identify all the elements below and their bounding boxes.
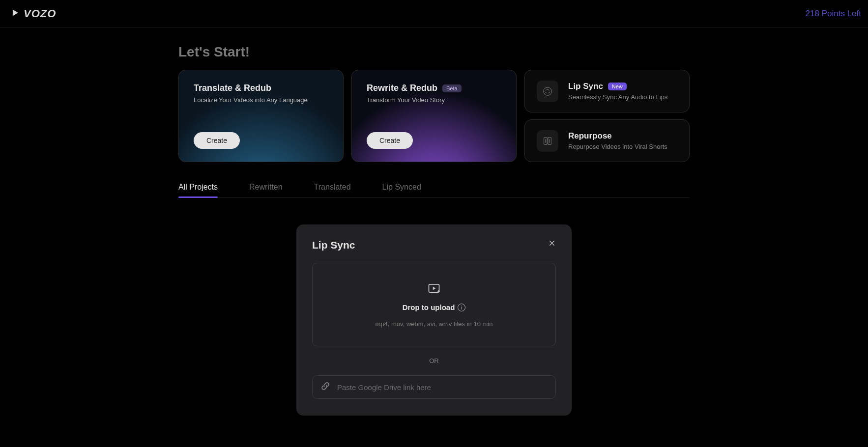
supported-formats-label: mp4, mov, webm, avi, wmv files in 10 min bbox=[376, 320, 493, 328]
video-upload-icon bbox=[427, 281, 441, 297]
google-drive-link-input[interactable] bbox=[337, 383, 548, 391]
drop-to-upload-label: Drop to upload bbox=[403, 303, 455, 311]
lip-sync-modal: Lip Sync Drop to upload i mp4, mov, webm… bbox=[296, 224, 572, 416]
link-input-container[interactable] bbox=[312, 375, 556, 399]
link-icon bbox=[320, 381, 330, 393]
modal-title: Lip Sync bbox=[312, 239, 556, 251]
or-divider: OR bbox=[312, 357, 556, 364]
svg-marker-8 bbox=[433, 287, 436, 290]
upload-dropzone[interactable]: Drop to upload i mp4, mov, webm, avi, wm… bbox=[312, 263, 556, 346]
close-icon bbox=[548, 239, 556, 249]
info-icon[interactable]: i bbox=[458, 304, 465, 311]
modal-overlay: Lip Sync Drop to upload i mp4, mov, webm… bbox=[0, 0, 868, 447]
close-button[interactable] bbox=[546, 238, 558, 250]
